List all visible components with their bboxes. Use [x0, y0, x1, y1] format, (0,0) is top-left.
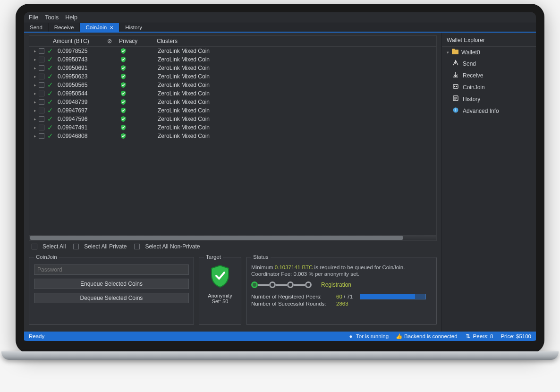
coin-row[interactable]: ▸✓0.09950743ZeroLink Mixed Coin: [29, 55, 436, 64]
select-bar: Select All Select All Private Select All…: [29, 241, 437, 252]
status-peers: ⇅ Peers: 8: [465, 333, 493, 339]
coin-row[interactable]: ▸✓0.09950565ZeroLink Mixed Coin: [29, 81, 436, 89]
row-checkbox[interactable]: [39, 74, 44, 79]
coin-row[interactable]: ▸✓0.09947697ZeroLink Mixed Coin: [29, 106, 436, 115]
row-checkbox[interactable]: [39, 82, 44, 88]
phase-dot-2-icon: [269, 281, 276, 288]
header-ring-icon[interactable]: ⊘: [100, 38, 119, 44]
tab-coinjoin[interactable]: CoinJoin ✕: [80, 23, 119, 32]
anonymity-set-label: Anonymity Set: 50: [204, 293, 236, 304]
checkmark-icon: ✓: [47, 132, 58, 140]
phase-dot-3-icon: [287, 281, 294, 288]
row-checkbox[interactable]: [39, 108, 44, 113]
row-checkbox[interactable]: [39, 48, 44, 54]
sidebar-item-history[interactable]: History: [448, 93, 536, 105]
tab-receive[interactable]: Receive: [49, 23, 80, 32]
expand-caret-icon[interactable]: ▸: [32, 100, 38, 104]
expand-caret-icon[interactable]: ▸: [32, 125, 38, 130]
row-amount: 0.09947697: [58, 107, 101, 114]
status-fee-line: Coordinator Fee: 0.003 % per anonymity s…: [251, 271, 432, 277]
header-privacy[interactable]: Privacy: [119, 38, 147, 44]
menu-tools[interactable]: Tools: [45, 14, 59, 21]
sidebar-item-info[interactable]: iAdvanced Info: [448, 105, 536, 117]
row-checkbox[interactable]: [39, 133, 44, 139]
tab-history[interactable]: History: [119, 23, 148, 32]
sidebar-item-coinjoin[interactable]: CoinJoin: [448, 81, 536, 93]
checkmark-icon: ✓: [47, 47, 58, 55]
chevron-down-icon[interactable]: ▾: [447, 50, 449, 55]
select-all-private[interactable]: Select All Private: [72, 243, 127, 250]
sidebar-item-label: CoinJoin: [463, 84, 485, 91]
expand-caret-icon[interactable]: ▸: [32, 66, 38, 70]
row-checkbox[interactable]: [39, 91, 44, 96]
status-price: Price: $5100: [501, 333, 531, 339]
menu-file[interactable]: File: [29, 14, 38, 21]
checkbox-icon[interactable]: [73, 244, 79, 249]
menu-help[interactable]: Help: [65, 14, 77, 21]
coin-row[interactable]: ▸✓0.09950623ZeroLink Mixed Coin: [29, 72, 436, 81]
privacy-shield-icon: [120, 48, 148, 54]
checkmark-icon: ✓: [47, 89, 58, 98]
main-pane: Amount (BTC) ⊘ Privacy Clusters ▸✓0.0997…: [24, 33, 441, 332]
info-icon: i: [452, 107, 459, 115]
coin-row[interactable]: ▸✓0.09946808ZeroLink Mixed Coin: [29, 132, 436, 140]
checkmark-icon: ✓: [47, 64, 58, 72]
row-checkbox[interactable]: [39, 116, 44, 122]
row-amount: 0.09947491: [58, 124, 101, 131]
svg-point-4: [456, 86, 458, 87]
horizontal-scrollbar[interactable]: [29, 235, 436, 240]
select-all[interactable]: Select All: [31, 243, 66, 250]
password-input[interactable]: [34, 264, 189, 275]
coin-row[interactable]: ▸✓0.09948739ZeroLink Mixed Coin: [29, 98, 436, 106]
app-body: Amount (BTC) ⊘ Privacy Clusters ▸✓0.0997…: [24, 33, 536, 332]
expand-caret-icon[interactable]: ▸: [32, 134, 38, 138]
coin-row[interactable]: ▸✓0.09950544ZeroLink Mixed Coin: [29, 89, 436, 98]
sidebar-item-label: History: [463, 96, 480, 102]
checkmark-icon: ✓: [47, 72, 58, 81]
phase-dot-4-icon: [305, 281, 312, 288]
shield-check-icon: [210, 264, 230, 289]
close-icon[interactable]: ✕: [110, 25, 113, 30]
expand-caret-icon[interactable]: ▸: [32, 117, 38, 121]
expand-caret-icon[interactable]: ▸: [32, 83, 38, 87]
expand-caret-icon[interactable]: ▸: [32, 108, 38, 113]
expand-caret-icon[interactable]: ▸: [32, 49, 38, 53]
tab-send[interactable]: Send: [24, 23, 49, 32]
row-clusters: ZeroLink Mixed Coin: [148, 99, 436, 105]
peers-label: Number of Registered Peers:: [251, 294, 336, 299]
phase-label: Registration: [321, 281, 351, 288]
coin-row[interactable]: ▸✓0.09947596ZeroLink Mixed Coin: [29, 115, 436, 123]
row-clusters: ZeroLink Mixed Coin: [148, 116, 436, 122]
coin-row[interactable]: ▸✓0.09947491ZeroLink Mixed Coin: [29, 123, 436, 132]
coin-row[interactable]: ▸✓0.09978525ZeroLink Mixed Coin: [29, 47, 436, 55]
header-clusters[interactable]: Clusters: [147, 38, 436, 44]
row-checkbox[interactable]: [39, 125, 44, 130]
thumbs-up-icon: 👍: [396, 333, 402, 339]
laptop-mockup: File Tools Help Send Receive CoinJoin ✕ …: [16, 4, 544, 360]
row-checkbox[interactable]: [39, 65, 44, 71]
expand-caret-icon[interactable]: ▸: [32, 91, 38, 96]
checkmark-icon: ✓: [47, 55, 58, 64]
header-amount[interactable]: Amount (BTC): [53, 38, 100, 44]
privacy-shield-icon: [120, 124, 148, 131]
row-checkbox[interactable]: [39, 99, 44, 105]
expand-caret-icon[interactable]: ▸: [32, 57, 38, 62]
coin-list: Amount (BTC) ⊘ Privacy Clusters ▸✓0.0997…: [29, 35, 437, 241]
coin-row[interactable]: ▸✓0.09950691ZeroLink Mixed Coin: [29, 64, 436, 72]
expand-caret-icon[interactable]: ▸: [32, 74, 38, 79]
row-checkbox[interactable]: [39, 57, 44, 62]
checkbox-icon[interactable]: [134, 244, 140, 249]
privacy-shield-icon: [120, 73, 148, 80]
sidebar-item-send[interactable]: Send: [448, 58, 536, 69]
enqueue-button[interactable]: Enqueue Selected Coins: [34, 279, 189, 289]
wallet-node[interactable]: ▾ Wallet0: [442, 47, 536, 58]
dequeue-button[interactable]: Dequeue Selected Coins: [34, 293, 189, 303]
sidebar-item-receive[interactable]: Receive: [448, 69, 536, 81]
wallet-children: SendReceiveCoinJoinHistoryiAdvanced Info: [442, 58, 536, 117]
select-all-nonprivate[interactable]: Select All Non-Private: [133, 243, 200, 250]
checkbox-icon[interactable]: [32, 244, 37, 249]
tor-icon: ●: [348, 333, 354, 339]
tab-strip: Send Receive CoinJoin ✕ History: [24, 23, 536, 33]
scrollbar-thumb[interactable]: [30, 236, 403, 240]
receive-icon: [452, 71, 459, 79]
